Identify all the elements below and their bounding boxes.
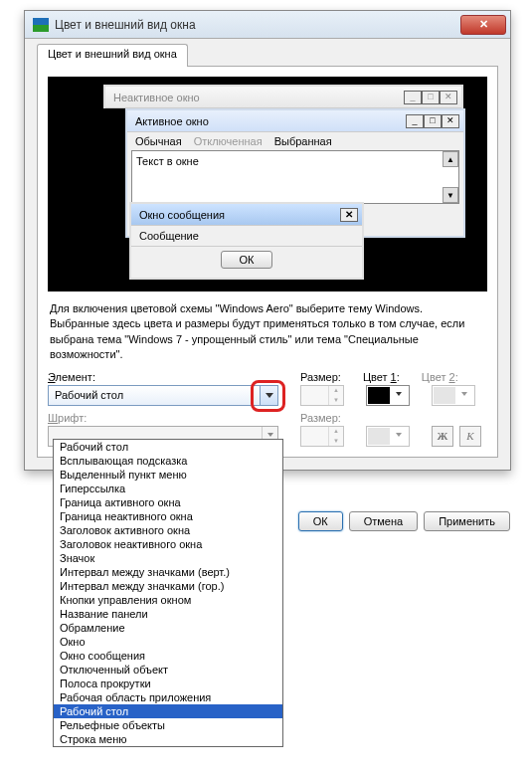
dropdown-option[interactable]: Рельефные объекты — [54, 718, 282, 732]
dropdown-option[interactable]: Интервал между значками (верт.) — [54, 565, 282, 579]
italic-button: К — [459, 426, 481, 447]
dropdown-option[interactable]: Рабочая область приложения — [54, 690, 282, 704]
ok-button[interactable]: ОК — [298, 511, 343, 531]
dialog-body: Цвет и внешний вид окна Неактивное окно … — [25, 39, 510, 470]
dropdown-option[interactable]: Обрамление — [54, 621, 282, 635]
menu-disabled: Отключенная — [194, 135, 263, 147]
dropdown-option[interactable]: Выделенный пункт меню — [54, 468, 282, 482]
color-swatch — [368, 387, 390, 404]
chevron-down-icon[interactable] — [390, 392, 408, 399]
dropdown-option[interactable]: Граница активного окна — [54, 495, 282, 509]
chevron-down-icon[interactable] — [260, 386, 277, 405]
dropdown-option[interactable]: Название панели — [54, 607, 282, 621]
dropdown-option[interactable]: Значок — [54, 551, 282, 565]
label-color2: Цвет 2: — [422, 371, 458, 383]
titlebar-text: Цвет и внешний вид окна — [55, 18, 460, 32]
preview-area: Неактивное окно _ □ ✕ Активное окно _ □ — [48, 77, 487, 291]
close-icon[interactable]: ✕ — [340, 208, 358, 222]
color2-button — [432, 385, 475, 406]
textbox-text: Текст в окне — [136, 155, 199, 167]
minimize-icon[interactable]: _ — [406, 114, 424, 128]
spinner-up-icon: ▲ — [329, 427, 343, 437]
dropdown-option[interactable]: Кнопки управления окном — [54, 593, 282, 607]
minimize-icon[interactable]: _ — [404, 91, 422, 104]
preview-menu[interactable]: Обычная Отключенная Выбранная — [127, 132, 463, 150]
color-swatch — [434, 387, 455, 404]
dropdown-option[interactable]: Рабочий стол — [54, 704, 282, 718]
row-element-controls: Рабочий стол ▲▼ — [48, 385, 487, 406]
preview-message-box[interactable]: Окно сообщения ✕ Сообщение ОК — [129, 202, 364, 280]
tab-strip: Цвет и внешний вид окна — [37, 43, 498, 67]
label-size2: Размер: — [300, 412, 341, 424]
scroll-down-icon[interactable]: ▼ — [443, 187, 458, 203]
close-icon[interactable]: ✕ — [442, 114, 459, 128]
cancel-button[interactable]: Отмена — [349, 511, 418, 531]
spinner-up-icon: ▲ — [329, 386, 343, 396]
active-window-title: Активное окно — [131, 115, 406, 127]
apply-button[interactable]: Применить — [424, 511, 510, 531]
info-text: Для включения цветовой схемы "Windows Ae… — [50, 301, 485, 363]
bold-button: Ж — [432, 426, 453, 447]
row-font: Шрифт: Размер: — [48, 412, 487, 424]
message-ok-button[interactable]: ОК — [221, 251, 273, 269]
menu-normal[interactable]: Обычная — [135, 135, 182, 147]
fontcolor-button — [366, 426, 410, 447]
inactive-window-title: Неактивное окно — [109, 92, 404, 103]
dropdown-option[interactable]: Всплывающая подсказка — [54, 454, 282, 468]
dialog-button-row: ОК Отмена Применить — [298, 511, 510, 531]
window-buttons: _ □ ✕ — [406, 114, 459, 128]
label-font: Шрифт: — [48, 412, 278, 424]
fontsize-spinner: ▲▼ — [300, 426, 344, 447]
label-element: Элемент: — [48, 371, 278, 383]
dropdown-option[interactable]: Заголовок неактивного окна — [54, 537, 282, 551]
dropdown-option[interactable]: Рабочий стол — [54, 440, 282, 454]
preview-inactive-window[interactable]: Неактивное окно _ □ ✕ — [103, 85, 463, 108]
chevron-down-icon — [455, 392, 473, 399]
spinner-down-icon: ▼ — [329, 395, 343, 405]
dropdown-option[interactable]: Гиперссылка — [54, 482, 282, 495]
window-color-dialog: Цвет и внешний вид окна ✕ Цвет и внешний… — [24, 10, 511, 471]
combobox-value: Рабочий стол — [49, 389, 260, 401]
tab-content: Неактивное окно _ □ ✕ Активное окно _ □ — [37, 67, 498, 458]
dropdown-option[interactable]: Интервал между значками (гор.) — [54, 579, 282, 593]
color1-button[interactable] — [366, 385, 410, 406]
spinner-down-icon: ▼ — [329, 436, 343, 446]
dropdown-option[interactable]: Заголовок активного окна — [54, 523, 282, 537]
preview-textbox[interactable]: Текст в окне ▲ ▼ — [131, 150, 459, 204]
size-spinner: ▲▼ — [300, 385, 344, 406]
dropdown-option[interactable]: Окно сообщения — [54, 649, 282, 663]
dropdown-option[interactable]: Строка меню — [54, 732, 282, 746]
label-size: Размер: — [300, 371, 341, 383]
chevron-down-icon — [390, 433, 408, 440]
dropdown-option[interactable]: Граница неактивного окна — [54, 509, 282, 523]
message-text: Сообщение — [131, 226, 362, 246]
scroll-up-icon[interactable]: ▲ — [443, 151, 458, 167]
dropdown-option[interactable]: Окно — [54, 635, 282, 649]
titlebar[interactable]: Цвет и внешний вид окна ✕ — [25, 11, 510, 39]
color-swatch — [368, 428, 390, 445]
close-icon: ✕ — [479, 18, 488, 31]
message-title: Окно сообщения — [135, 209, 340, 221]
maximize-icon[interactable]: □ — [422, 91, 440, 104]
dropdown-option[interactable]: Полоса прокрутки — [54, 677, 282, 690]
element-combobox[interactable]: Рабочий стол — [48, 385, 278, 406]
element-dropdown-list[interactable]: Рабочий столВсплывающая подсказкаВыделен… — [53, 439, 283, 747]
maximize-icon[interactable]: □ — [424, 114, 442, 128]
window-buttons: _ □ ✕ — [404, 91, 457, 104]
dropdown-option[interactable]: Отключенный объект — [54, 663, 282, 677]
close-icon[interactable]: ✕ — [440, 91, 457, 104]
label-color1: Цвет 1: — [363, 371, 400, 383]
close-button[interactable]: ✕ — [460, 15, 506, 35]
row-element: Элемент: Размер: Цвет 1: Цвет 2: — [48, 371, 487, 383]
tab-color-appearance[interactable]: Цвет и внешний вид окна — [37, 44, 188, 67]
window-icon — [33, 18, 49, 32]
menu-selected[interactable]: Выбранная — [274, 135, 332, 147]
